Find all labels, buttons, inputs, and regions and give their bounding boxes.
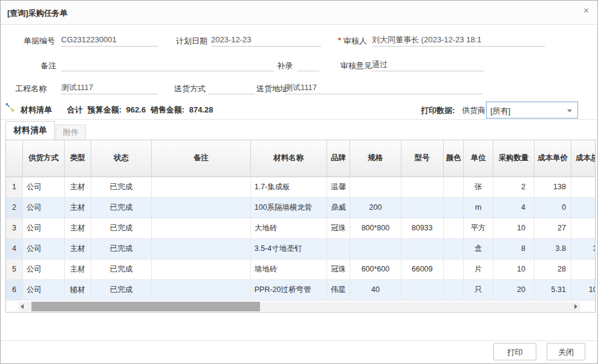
table-cell: 280 (571, 259, 596, 279)
table-cell: 100系隔墙横龙骨 (250, 197, 327, 218)
tab-material-list[interactable]: 材料清单 (5, 121, 55, 140)
delivery-method-label: 送货方式 (174, 83, 206, 94)
table-cell (443, 177, 464, 197)
total-label: 合计 (67, 105, 83, 114)
sales-label: 销售金额: (151, 105, 184, 114)
doc-no-field[interactable]: CG2312230001 (61, 34, 158, 47)
table-header: 供货方式类型状态备注材料名称品牌规格型号颜色单位采购数量成本单价成本总价 (6, 140, 596, 177)
table-cell: 主材 (64, 177, 91, 197)
tab-attachments[interactable]: 附件 (56, 125, 86, 140)
table-cell: 66009 (401, 259, 443, 279)
delivery-method-field[interactable] (209, 82, 255, 94)
table-row[interactable]: 5公司主材已完成墙地砖冠珠600*60066009片1028280 (6, 259, 596, 279)
scroll-right-button[interactable] (571, 302, 580, 311)
table-cell: 盒 (464, 238, 493, 259)
table-cell: 片 (464, 259, 493, 279)
table-cell: 公司 (22, 279, 64, 300)
table-cell: 800*800 (350, 218, 401, 238)
project-name-label: 工程名称 (15, 83, 47, 94)
supplier-dropdown[interactable]: [所有] (486, 102, 578, 119)
table-row[interactable]: 3公司主材已完成大地砖冠珠800*80080933平方1027270 (6, 218, 596, 238)
print-button[interactable]: 打印 (493, 343, 536, 360)
close-button[interactable]: 关闭 (547, 343, 585, 360)
project-name-field[interactable]: 测试1117 (61, 82, 158, 94)
column-header[interactable]: 材料名称 (250, 140, 327, 177)
column-header[interactable]: 供货方式 (22, 140, 64, 177)
table-cell: 已完成 (91, 259, 152, 279)
column-header[interactable]: 备注 (152, 140, 251, 177)
table-cell: 0 (571, 197, 596, 218)
column-header[interactable]: 成本总价 (571, 140, 596, 177)
chevron-down-icon (567, 109, 572, 112)
table-cell: 600*600 (350, 259, 401, 279)
arrow-left-icon (21, 304, 24, 309)
column-header[interactable]: 品牌 (327, 140, 350, 177)
table-cell: PPR-20过桥弯管 (250, 279, 327, 300)
column-header[interactable]: 采购数量 (493, 140, 534, 177)
delivery-address-field[interactable]: 测试1117 (285, 82, 482, 94)
delivery-address-label: 送货地址 (256, 83, 288, 94)
sales-value: 874.28 (189, 105, 213, 114)
table-cell (152, 259, 251, 279)
close-icon[interactable]: × (583, 6, 589, 16)
column-header[interactable] (6, 140, 22, 177)
table-cell (350, 238, 401, 259)
row-number: 1 (6, 177, 22, 197)
auditor-field[interactable]: 刘大同董事长 (2023-12-23 18:1 (372, 34, 545, 47)
table-cell: 已完成 (91, 279, 152, 300)
table-cell: 辅材 (64, 279, 91, 300)
table-cell (443, 197, 464, 218)
auditor-label: 审核人 (343, 36, 367, 47)
remark-field[interactable] (61, 59, 274, 71)
column-header[interactable]: 颜色 (443, 140, 464, 177)
row-number: 5 (6, 259, 22, 279)
table-cell: 30.4 (571, 238, 596, 259)
column-header[interactable]: 状态 (91, 140, 152, 177)
table-cell: 28 (534, 259, 571, 279)
table-cell: 1.7-集成板 (250, 177, 327, 197)
divider (1, 119, 597, 120)
table-cell: 已完成 (91, 197, 152, 218)
column-header[interactable]: 成本单价 (534, 140, 571, 177)
table-cell: 40 (350, 279, 401, 300)
audit-opinion-field[interactable]: 通过 (372, 59, 484, 71)
scroll-left-button[interactable] (18, 302, 28, 311)
doc-no-label: 单据编号 (24, 36, 55, 47)
table-row[interactable]: 4公司主材已完成3.5-4寸地垄钉盒83.830.4 (6, 238, 596, 259)
expand-arrows-icon[interactable]: ↖↘ (5, 103, 16, 114)
column-header[interactable]: 规格 (350, 140, 401, 177)
table-cell: 只 (464, 279, 493, 300)
horizontal-scrollbar[interactable] (18, 302, 580, 311)
plan-date-field[interactable]: 2023-12-23 (211, 34, 321, 47)
table-cell (152, 177, 251, 197)
table-cell (401, 197, 443, 218)
table-cell: 已完成 (91, 177, 152, 197)
budget-value: 962.6 (126, 105, 146, 114)
scrollbar-thumb[interactable] (31, 302, 260, 311)
table-cell: 冠珠 (327, 259, 350, 279)
column-header[interactable]: 单位 (464, 140, 493, 177)
table-cell: 大地砖 (250, 218, 327, 238)
table-cell: 8 (493, 238, 534, 259)
table-cell: 主材 (64, 218, 91, 238)
table-cell (401, 279, 443, 300)
table-cell (152, 238, 251, 259)
table-row[interactable]: 1公司主材已完成1.7-集成板温馨张2138276 (6, 177, 596, 197)
table-cell (350, 177, 401, 197)
table-cell: 墙地砖 (250, 259, 327, 279)
audit-opinion-label: 审核意见 (340, 60, 372, 71)
table-row[interactable]: 6公司辅材已完成PPR-20过桥弯管伟星40只205.31106.2 (6, 279, 596, 300)
table-cell: 80933 (401, 218, 443, 238)
column-header[interactable]: 类型 (64, 140, 91, 177)
supplement-field[interactable] (297, 59, 319, 71)
table-cell: 公司 (22, 218, 64, 238)
table-cell (401, 177, 443, 197)
column-header[interactable]: 型号 (401, 140, 443, 177)
table-row[interactable]: 2公司主材已完成100系隔墙横龙骨鼎威200m400 (6, 197, 596, 218)
table-cell: 公司 (22, 197, 64, 218)
table-cell: 200 (350, 197, 401, 218)
table-cell: 276 (571, 177, 596, 197)
table-cell: 10 (493, 218, 534, 238)
totals-summary: 合计 预算金额: 962.6 销售金额: 874.28 (67, 105, 216, 115)
table-cell: 主材 (64, 238, 91, 259)
